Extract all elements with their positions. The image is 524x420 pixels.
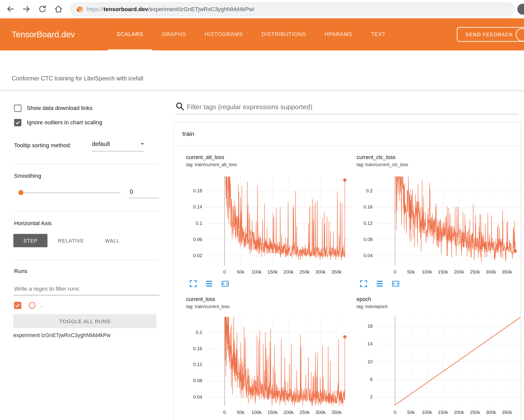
chart-plot-current_loss[interactable] <box>206 317 351 406</box>
smoothing-slider-thumb[interactable] <box>18 190 23 195</box>
tooltip-sorting-label: Tooltip sorting method: <box>14 142 71 149</box>
runs-label: Runs <box>14 268 27 275</box>
home-icon[interactable] <box>53 4 64 14</box>
smoothing-value[interactable]: 0 <box>130 188 133 195</box>
smoothing-value-underline <box>129 198 159 198</box>
chart-plot-current_ctc_loss[interactable] <box>377 176 521 266</box>
url-domain: tensorboard.dev <box>104 6 148 12</box>
tab-text[interactable]: TEXT <box>371 18 386 50</box>
y-tick-label: 0.04 <box>355 253 373 258</box>
chart-plot-epoch[interactable] <box>377 317 521 406</box>
smoothing-label: Smoothing <box>14 172 41 180</box>
x-tick-label: 350k <box>327 269 346 275</box>
ignore-outliers-label[interactable]: Ignore outliers in chart scaling <box>27 119 102 126</box>
tooltip-sorting-value: default <box>92 141 110 147</box>
search-icon <box>175 102 184 111</box>
y-tick-label: 0.04 <box>184 394 202 399</box>
run-checkbox[interactable] <box>14 302 21 309</box>
y-tick-label: 0.16 <box>355 204 373 209</box>
run-color-circle[interactable] <box>29 302 36 309</box>
y-tick-label: 14 <box>355 341 373 346</box>
check-icon <box>15 120 20 125</box>
divider <box>13 260 159 260</box>
tab-graphs[interactable]: GRAPHS <box>162 18 186 50</box>
dropdown-underline <box>92 151 144 151</box>
y-tick-label: 0.16 <box>184 346 202 351</box>
toggle-all-runs-button[interactable]: TOGGLE ALL RUNS <box>13 314 156 328</box>
browser-chrome: https://tensorboard.dev/experiment/lzGnE… <box>0 0 524 18</box>
url-bar[interactable]: https://tensorboard.dev/experiment/lzGnE… <box>70 2 515 16</box>
back-icon[interactable] <box>5 4 15 14</box>
check-icon <box>15 303 20 308</box>
y-tick-label: 0.08 <box>184 378 202 383</box>
axis-step-button[interactable]: STEP <box>13 234 47 247</box>
chart-tag: tag: train/current_ctc_loss <box>357 162 408 167</box>
tab-distributions[interactable]: DISTRIBUTIONS <box>261 18 306 50</box>
y-tick-label: 6 <box>355 377 373 382</box>
toggle-series-icon[interactable] <box>205 279 213 288</box>
tab-scalars[interactable]: SCALARS <box>117 18 143 50</box>
show-download-checkbox[interactable] <box>14 105 21 112</box>
toggle-series-icon[interactable] <box>375 279 384 288</box>
settings-sidebar: Show data download links Ignore outliers… <box>0 90 167 420</box>
browser-avatar[interactable] <box>517 4 524 15</box>
chart-title: current_loss <box>186 296 215 303</box>
divider <box>13 164 159 164</box>
y-tick-label: 0.2 <box>184 330 202 335</box>
smoothing-slider-track[interactable] <box>21 192 120 193</box>
experiment-subtitle-bar: Conformer CTC training for LibriSpeech w… <box>0 50 524 90</box>
chart-tag: tag: train/epoch <box>357 304 388 309</box>
refresh-icon[interactable] <box>37 4 47 14</box>
axis-wall-button[interactable]: WALL <box>98 234 127 247</box>
url-scheme: https:// <box>86 6 104 12</box>
tab-histograms[interactable]: HISTOGRAMS <box>205 18 243 50</box>
x-tick-label: 350k <box>498 410 516 415</box>
x-tick-label: 350k <box>498 269 516 275</box>
forward-icon[interactable] <box>21 4 32 14</box>
chart-title: current_att_loss <box>186 154 224 160</box>
y-tick-label: 0.14 <box>184 204 202 209</box>
url-text: https://tensorboard.dev/experiment/lzGnE… <box>86 6 254 13</box>
y-tick-label: 0.12 <box>184 362 202 367</box>
send-feedback-button[interactable]: SEND FEEDBACK <box>457 27 524 42</box>
divider <box>13 211 159 212</box>
fit-domain-icon[interactable] <box>391 279 400 288</box>
y-tick-label: 0.18 <box>184 188 202 193</box>
x-tick-label: 350k <box>327 410 346 415</box>
chart-tag: tag: train/current_att_loss <box>186 162 237 167</box>
y-tick-label: 0.08 <box>355 237 373 242</box>
tensorboard-page: https://tensorboard.dev/experiment/lzGnE… <box>0 0 524 420</box>
axis-relative-button[interactable]: RELATIVE <box>50 234 92 247</box>
runs-filter-input[interactable] <box>13 283 159 295</box>
show-download-label[interactable]: Show data download links <box>27 105 93 112</box>
brand-logo: TensorBoard.dev <box>12 18 75 50</box>
experiment-title: Conformer CTC training for LibriSpeech w… <box>12 75 143 82</box>
y-tick-label: 0.1 <box>184 220 202 226</box>
tab-hparams[interactable]: HPARAMS <box>325 18 352 50</box>
section-title: train <box>183 131 194 138</box>
run-name-label[interactable]: . <box>41 302 42 309</box>
tensorboard-favicon <box>76 6 83 13</box>
fullscreen-icon[interactable] <box>189 279 197 288</box>
chart-plot-current_att_loss[interactable] <box>206 176 351 266</box>
y-tick-label: 0.2 <box>355 188 373 193</box>
chart-title: current_ctc_loss <box>357 154 395 160</box>
url-path: /experiment/lzGnETjwRxC3yghNMd4kPw/ <box>148 6 254 12</box>
y-tick-label: 10 <box>355 359 373 364</box>
app-header: TensorBoard.dev SCALARS GRAPHS HISTOGRAM… <box>0 18 524 50</box>
y-tick-label: 2 <box>355 394 373 400</box>
filter-tags-input[interactable] <box>186 100 515 114</box>
nav-tabs: SCALARS GRAPHS HISTOGRAMS DISTRIBUTIONS … <box>117 18 386 50</box>
card-header[interactable]: train <box>174 122 520 146</box>
chevron-down-icon <box>141 143 144 147</box>
fullscreen-icon[interactable] <box>359 279 368 288</box>
fit-domain-icon[interactable] <box>221 279 229 288</box>
y-tick-label: 0.02 <box>184 253 202 258</box>
tooltip-sorting-select[interactable]: default <box>92 140 144 148</box>
horizontal-axis-label: Horizontal Axis <box>14 220 52 227</box>
y-tick-label: 18 <box>355 323 373 329</box>
filter-underline <box>176 114 519 114</box>
ignore-outliers-checkbox[interactable] <box>14 119 21 126</box>
chart-tag: tag: train/current_loss <box>186 304 229 309</box>
y-tick-label: 0.06 <box>184 237 202 242</box>
